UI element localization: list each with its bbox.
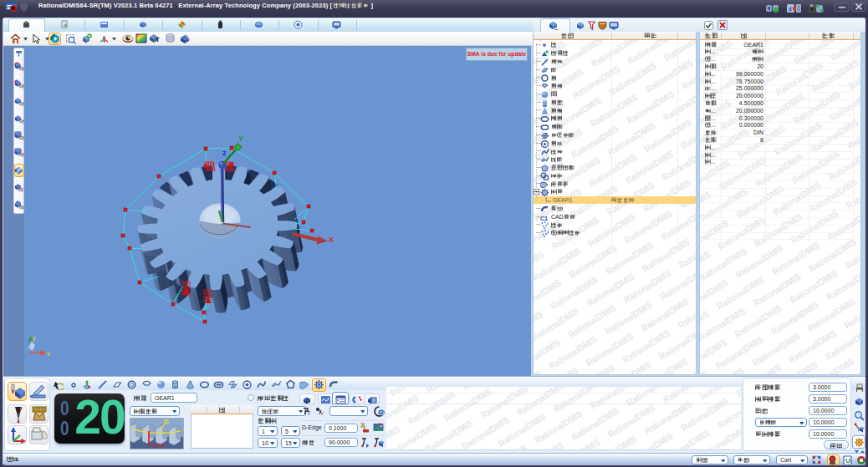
svg-text:z: z — [789, 5, 792, 13]
svg-text:Lead: Lead — [151, 441, 165, 449]
svg-text:T: T — [156, 36, 160, 43]
svg-text:U: U — [845, 457, 850, 464]
svg-text:T: T — [307, 410, 311, 416]
svg-text:X: X — [329, 236, 334, 244]
svg-text:z: z — [222, 149, 227, 157]
svg-text:D: D — [380, 409, 384, 415]
svg-text:Y: Y — [238, 135, 243, 143]
svg-text:I: I — [309, 398, 310, 404]
svg-text:SMA is due for update: SMA is due for update — [467, 51, 527, 58]
svg-text:Y: Y — [320, 411, 324, 416]
svg-text:x: x — [47, 351, 50, 357]
svg-text:y: y — [33, 335, 36, 342]
